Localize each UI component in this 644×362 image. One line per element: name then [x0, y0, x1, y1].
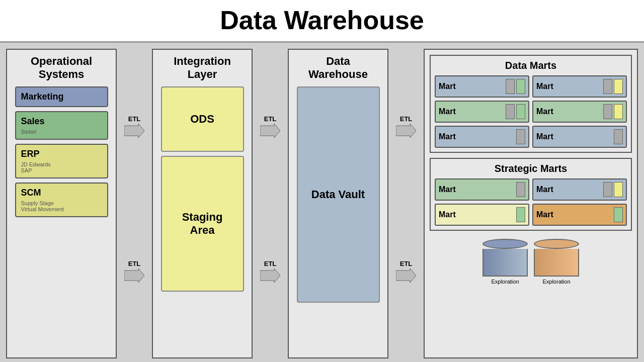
- cylinder-blue-body: [482, 249, 528, 277]
- col-data-warehouse: DataWarehouse Data Vault: [288, 49, 388, 358]
- cylinder-orange: Exploration: [534, 239, 579, 285]
- strat-mart-2-2: Mart: [532, 204, 627, 226]
- strat-mart-1-1: Mart: [435, 178, 529, 201]
- mart-label-1-2: Mart: [536, 82, 602, 91]
- col-op-title: OperationalSystems: [31, 55, 92, 81]
- op-marketing-label: Marketing: [21, 92, 64, 102]
- mart-ind-2-1b: [516, 104, 525, 119]
- mart-box-3-2: Mart: [532, 126, 627, 148]
- etl-label-top-2: ETL: [264, 115, 277, 123]
- etl-bot-1: ETL: [124, 260, 144, 283]
- cylinder-orange-top: [534, 239, 579, 249]
- etl-bot-3: ETL: [396, 260, 416, 283]
- col-data-marts: Data Marts Mart Mart Mart: [424, 49, 638, 358]
- mart-ind-3-2: [614, 129, 623, 144]
- svg-marker-1: [124, 268, 144, 283]
- etl-label-bot-1: ETL: [128, 260, 141, 267]
- etl-arrow-top-2: [260, 124, 280, 138]
- mart-ind-1-1b: [516, 79, 525, 94]
- cylinder-orange-body: [534, 249, 579, 277]
- cylinder-blue-label: Exploration: [482, 279, 528, 285]
- data-marts-title: Data Marts: [435, 60, 627, 71]
- op-sales-box: Sales Siebel: [15, 111, 108, 140]
- op-erp-label: ERP: [21, 149, 40, 159]
- etl-label-bot-3: ETL: [400, 260, 413, 267]
- etl-arrows-2: ETL ETL: [253, 49, 288, 358]
- dw-vault-label: Data Vault: [311, 188, 365, 201]
- strategic-marts-grid: Mart Mart Mart Mart: [435, 178, 627, 226]
- integration-staging-label: StagingArea: [182, 211, 223, 237]
- svg-marker-3: [260, 268, 280, 283]
- mart-label-2-1: Mart: [439, 107, 504, 116]
- diagram-area: OperationalSystems Marketing Sales Siebe…: [0, 43, 644, 362]
- mart-ind-2-1: [506, 104, 515, 119]
- mart-ind-1-1: [506, 79, 515, 94]
- mart-ind-1-2: [603, 79, 612, 94]
- etl-arrows-1: ETL ETL: [117, 49, 152, 358]
- mart-box-2-1: Mart: [435, 101, 529, 123]
- mart-ind-2-2b: [614, 104, 623, 119]
- etl-arrows-3: ETL ETL: [388, 49, 424, 358]
- mart-label-3-1: Mart: [439, 132, 515, 141]
- etl-label-bot-2: ETL: [264, 260, 277, 267]
- svg-marker-0: [124, 124, 144, 138]
- cylinders-area: Exploration Exploration: [482, 239, 579, 285]
- etl-label-top-1: ETL: [128, 115, 141, 123]
- strat-ind-2-1: [516, 207, 525, 222]
- op-erp-box: ERP JD EdwardsSAP: [15, 144, 108, 178]
- strategic-marts-section: Strategic Marts Mart Mart Mart: [430, 158, 632, 231]
- mart-label-2-2: Mart: [536, 107, 602, 116]
- etl-top-3: ETL: [396, 115, 416, 138]
- strat-label-1-1: Mart: [439, 185, 515, 194]
- page-title: Data Warehouse: [0, 0, 644, 43]
- strat-ind-1-1: [516, 182, 525, 197]
- mart-label-3-2: Mart: [536, 132, 612, 141]
- cylinder-blue: Exploration: [482, 239, 528, 285]
- data-marts-section: Data Marts Mart Mart Mart: [430, 55, 632, 153]
- strat-mart-1-2: Mart: [532, 178, 627, 201]
- data-marts-grid: Mart Mart Mart Mart: [435, 75, 627, 148]
- op-scm-box: SCM Supply StageVirtual Movement: [15, 183, 108, 217]
- etl-top-2: ETL: [260, 115, 280, 138]
- etl-top-1: ETL: [124, 115, 144, 138]
- strat-mart-2-1: Mart: [435, 204, 529, 226]
- cylinder-orange-label: Exploration: [534, 279, 579, 285]
- op-scm-sub: Supply StageVirtual Movement: [21, 200, 102, 212]
- svg-marker-5: [396, 268, 416, 283]
- col-integration: IntegrationLayer ODS StagingArea: [152, 49, 253, 358]
- mart-box-3-1: Mart: [435, 126, 529, 148]
- col-dw-title: DataWarehouse: [308, 55, 368, 81]
- op-sales-sub: Siebel: [21, 129, 102, 135]
- integration-ods-box: ODS: [161, 86, 244, 152]
- strat-label-1-2: Mart: [536, 185, 602, 194]
- strat-label-2-2: Mart: [536, 210, 612, 219]
- etl-arrow-bot-3: [396, 268, 416, 283]
- col-operational-systems: OperationalSystems Marketing Sales Siebe…: [6, 49, 117, 358]
- etl-arrow-bot-2: [260, 268, 280, 283]
- op-scm-label: SCM: [21, 188, 41, 198]
- strategic-marts-title: Strategic Marts: [435, 163, 627, 174]
- op-marketing-box: Marketing: [15, 86, 108, 107]
- strat-ind-1-2b: [614, 182, 623, 197]
- dw-vault-box: Data Vault: [297, 86, 380, 303]
- mart-box-2-2: Mart: [532, 101, 627, 123]
- mart-box-1-1: Mart: [435, 75, 529, 98]
- strat-label-2-1: Mart: [439, 210, 515, 219]
- etl-arrow-top-3: [396, 124, 416, 138]
- strat-ind-2-2: [614, 207, 623, 222]
- mart-label-1-1: Mart: [439, 82, 504, 91]
- mart-ind-3-1: [516, 129, 525, 144]
- svg-marker-2: [260, 124, 280, 138]
- mart-ind-1-2b: [614, 79, 623, 94]
- etl-bot-2: ETL: [260, 260, 280, 283]
- etl-arrow-bot-1: [124, 268, 144, 283]
- op-erp-sub: JD EdwardsSAP: [21, 161, 102, 173]
- etl-label-top-3: ETL: [400, 115, 413, 123]
- integration-ods-label: ODS: [190, 113, 214, 126]
- svg-marker-4: [396, 124, 416, 138]
- strat-ind-1-2: [603, 182, 612, 197]
- mart-ind-2-2: [603, 104, 612, 119]
- etl-arrow-top-1: [124, 124, 144, 138]
- op-sales-label: Sales: [21, 116, 45, 126]
- cylinder-blue-top: [482, 239, 528, 249]
